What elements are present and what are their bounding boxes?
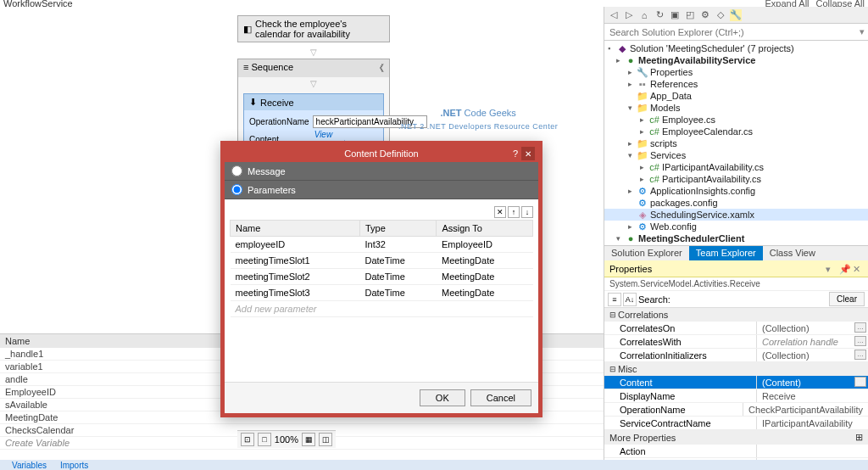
- parameters-label: Parameters: [248, 185, 296, 195]
- properties-search-input[interactable]: [672, 293, 827, 306]
- prop-name: Action: [604, 445, 757, 457]
- delete-param-icon[interactable]: ✕: [494, 206, 506, 218]
- sequence-icon: ≡: [243, 62, 248, 72]
- table-row[interactable]: meetingTimeSlot1DateTimeMeetingDate: [231, 253, 533, 269]
- solution-node[interactable]: Solution 'MeetingScheduler' (7 projects): [630, 43, 794, 53]
- prop-value[interactable]: CheckParticipantAvailability: [743, 403, 868, 416]
- expand-icon[interactable]: ⊞: [855, 432, 863, 443]
- cs-file-icon: c#: [648, 174, 660, 184]
- show-all-icon[interactable]: ◰: [684, 9, 696, 21]
- solution-search-input[interactable]: [604, 25, 856, 39]
- tab-class-view[interactable]: Class View: [763, 246, 822, 260]
- zoom-level[interactable]: 100%: [275, 434, 298, 445]
- pin-icon[interactable]: 📌: [839, 264, 849, 274]
- col-assign[interactable]: Assign To: [437, 221, 533, 237]
- forward-icon[interactable]: ▷: [623, 9, 635, 21]
- collapse-icon[interactable]: ▣: [669, 9, 681, 21]
- file-node[interactable]: IParticipantAvailability.cs: [662, 162, 764, 172]
- folder-node[interactable]: App_Data: [650, 91, 692, 101]
- close-icon[interactable]: ✕: [853, 264, 863, 274]
- file-node[interactable]: packages.config: [650, 198, 718, 208]
- properties-icon[interactable]: ⚙: [699, 9, 711, 21]
- move-down-icon[interactable]: ↓: [521, 206, 533, 218]
- folder-icon: 📁: [637, 150, 648, 160]
- parameters-table: Name Type Assign To employeeIDInt32Emplo…: [230, 220, 533, 317]
- cancel-button[interactable]: Cancel: [470, 389, 531, 406]
- operation-name-label: OperationName: [249, 117, 309, 126]
- tab-solution-explorer[interactable]: Solution Explorer: [604, 246, 689, 260]
- zoom-fit-icon[interactable]: ⊡: [241, 433, 254, 446]
- more-properties[interactable]: More Properties⊞: [604, 430, 868, 445]
- prop-value[interactable]: (Collection)…: [757, 349, 868, 361]
- prop-value[interactable]: Receive: [757, 389, 868, 402]
- collapse-icon[interactable]: 《: [375, 62, 384, 75]
- folder-node[interactable]: scripts: [650, 138, 677, 148]
- cs-file-icon: c#: [648, 126, 660, 137]
- prop-value[interactable]: [757, 445, 868, 457]
- ellipsis-icon[interactable]: …: [854, 336, 866, 346]
- properties-title: Properties: [609, 264, 652, 274]
- parameters-option[interactable]: Parameters: [225, 181, 538, 199]
- check-calendar-activity[interactable]: ◧Check the employee's calendar for avail…: [237, 15, 390, 42]
- prop-value[interactable]: (Content)…: [757, 376, 868, 389]
- folder-node[interactable]: Models: [650, 103, 680, 113]
- ellipsis-icon[interactable]: …: [854, 350, 866, 360]
- ellipsis-icon[interactable]: …: [854, 377, 866, 387]
- zoom-minimap-icon[interactable]: ◫: [319, 433, 332, 446]
- clear-button[interactable]: Clear: [829, 292, 865, 306]
- add-parameter-row[interactable]: Add new parameter: [231, 301, 533, 317]
- solution-icon: ◆: [616, 43, 628, 53]
- move-up-icon[interactable]: ↑: [508, 206, 520, 218]
- col-type[interactable]: Type: [360, 221, 437, 237]
- help-icon[interactable]: ?: [513, 148, 518, 159]
- references-node[interactable]: References: [650, 79, 698, 89]
- prop-value[interactable]: (Collection)…: [757, 322, 868, 334]
- preview-icon[interactable]: ◇: [715, 9, 726, 21]
- alphabetical-icon[interactable]: A↓: [623, 293, 637, 306]
- wrench-icon: 🔧: [637, 67, 648, 77]
- wrench-icon[interactable]: 🔧: [730, 9, 742, 21]
- properties-object: System.ServiceModel.Activities.Receive: [604, 277, 868, 291]
- logo: .NET Code Geeks .NET 2 .NET Developers R…: [398, 96, 558, 131]
- search-dropdown-icon[interactable]: ▾: [856, 26, 868, 37]
- file-node[interactable]: ParticipantAvailability.cs: [662, 174, 761, 184]
- message-option[interactable]: Message: [225, 162, 538, 181]
- back-icon[interactable]: ◁: [608, 9, 620, 21]
- parameters-radio[interactable]: [231, 184, 242, 195]
- properties-node[interactable]: Properties: [650, 67, 693, 77]
- message-radio[interactable]: [231, 165, 242, 176]
- zoom-overview-icon[interactable]: ▦: [302, 433, 315, 446]
- file-node[interactable]: Employee.cs: [662, 115, 715, 125]
- file-node[interactable]: SchedulingService.xamlx: [650, 210, 754, 220]
- folder-node[interactable]: Services: [650, 150, 686, 160]
- activity-icon: ◧: [243, 24, 252, 34]
- ok-button[interactable]: OK: [420, 389, 465, 406]
- ellipsis-icon[interactable]: …: [854, 322, 866, 333]
- prop-value[interactable]: IParticipantAvailability: [757, 417, 868, 429]
- prop-value[interactable]: Correlation handle…: [757, 335, 868, 348]
- project-node[interactable]: MeetingAvailabilityService: [638, 55, 755, 65]
- file-node[interactable]: ApplicationInsights.config: [650, 186, 755, 196]
- config-icon: ⚙: [637, 198, 648, 208]
- tab-team-explorer[interactable]: Team Explorer: [689, 246, 763, 260]
- file-node[interactable]: EmployeeCalendar.cs: [662, 126, 753, 137]
- table-row[interactable]: employeeIDInt32EmployeeID: [231, 237, 533, 253]
- tab-variables[interactable]: Variables: [5, 461, 53, 470]
- folder-icon: 📁: [637, 138, 648, 148]
- prop-name: CorrelatesWith: [604, 335, 757, 348]
- category-correlations[interactable]: ⊟Correlations: [604, 308, 868, 322]
- category-misc[interactable]: ⊟Misc: [604, 362, 868, 376]
- home-icon[interactable]: ⌂: [638, 9, 650, 21]
- xaml-icon: ◈: [637, 210, 648, 220]
- table-row[interactable]: meetingTimeSlot3DateTimeMeetingDate: [231, 285, 533, 301]
- project-node[interactable]: MeetingSchedulerClient: [638, 233, 744, 243]
- dropdown-icon[interactable]: ▾: [826, 264, 836, 274]
- zoom-actual-icon[interactable]: □: [258, 433, 271, 446]
- refresh-icon[interactable]: ↻: [654, 9, 665, 21]
- file-node[interactable]: Web.config: [650, 221, 697, 232]
- close-icon[interactable]: ✕: [521, 147, 535, 160]
- table-row[interactable]: meetingTimeSlot2DateTimeMeetingDate: [231, 269, 533, 285]
- categorized-icon[interactable]: ≡: [608, 293, 621, 306]
- tab-imports[interactable]: Imports: [53, 461, 95, 470]
- col-name[interactable]: Name: [231, 221, 360, 237]
